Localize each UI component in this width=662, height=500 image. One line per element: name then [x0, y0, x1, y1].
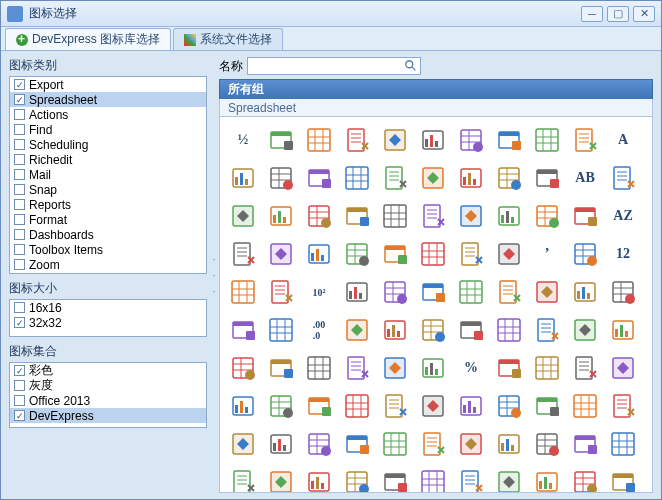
icon-cell[interactable]: A [606, 123, 640, 157]
list-item[interactable]: Find [10, 122, 206, 137]
icon-cell[interactable] [264, 351, 298, 385]
icon-cell[interactable] [264, 427, 298, 461]
list-item[interactable]: Office 2013 [10, 393, 206, 408]
icon-cell[interactable] [226, 237, 260, 271]
checkbox[interactable] [14, 169, 25, 180]
icon-cell[interactable] [454, 237, 488, 271]
icon-cell[interactable] [226, 199, 260, 233]
icon-cell[interactable] [492, 237, 526, 271]
icon-cell[interactable] [606, 389, 640, 423]
icon-cell[interactable] [226, 465, 260, 493]
icon-cell[interactable] [378, 161, 412, 195]
checkbox[interactable]: ✓ [14, 410, 25, 421]
icon-cell[interactable] [302, 389, 336, 423]
list-item[interactable]: ✓32x32 [10, 315, 206, 330]
list-item[interactable]: Contacts [10, 272, 206, 274]
icon-cell[interactable] [416, 161, 450, 195]
icon-cell[interactable] [264, 275, 298, 309]
size-list[interactable]: 16x16✓32x32 [9, 299, 207, 337]
search-input[interactable] [247, 57, 421, 75]
icon-cell[interactable] [606, 275, 640, 309]
icon-cell[interactable] [492, 275, 526, 309]
icon-cell[interactable] [606, 465, 640, 493]
checkbox[interactable] [14, 244, 25, 255]
icon-cell[interactable] [454, 389, 488, 423]
icon-cell[interactable] [530, 123, 564, 157]
icon-cell[interactable] [568, 351, 602, 385]
icon-cell[interactable]: AB [568, 161, 602, 195]
icon-cell[interactable] [340, 161, 374, 195]
icon-cell[interactable]: AZ [606, 199, 640, 233]
category-list[interactable]: ✓Export✓SpreadsheetActionsFindScheduling… [9, 76, 207, 274]
icon-cell[interactable] [264, 313, 298, 347]
icon-cell[interactable] [492, 389, 526, 423]
icon-cell[interactable] [416, 313, 450, 347]
icon-cell[interactable]: .00 .0 [302, 313, 336, 347]
icon-cell[interactable] [568, 123, 602, 157]
icon-cell[interactable] [492, 199, 526, 233]
icon-cell[interactable] [340, 123, 374, 157]
icon-cell[interactable] [530, 313, 564, 347]
icon-cell[interactable] [302, 465, 336, 493]
checkbox[interactable] [14, 229, 25, 240]
list-item[interactable]: Toolbox Items [10, 242, 206, 257]
tab-system-files[interactable]: 系统文件选择 [173, 28, 283, 50]
icon-cell[interactable] [492, 427, 526, 461]
list-item[interactable]: Dashboards [10, 227, 206, 242]
icon-cell[interactable] [416, 351, 450, 385]
icon-cell[interactable] [416, 427, 450, 461]
list-item[interactable]: 16x16 [10, 300, 206, 315]
icon-cell[interactable] [340, 199, 374, 233]
list-item[interactable]: ✓DevExpress [10, 408, 206, 423]
list-item[interactable]: Richedit [10, 152, 206, 167]
checkbox[interactable]: ✓ [14, 365, 25, 376]
icon-cell[interactable] [378, 199, 412, 233]
icon-cell[interactable] [340, 465, 374, 493]
icon-cell[interactable]: ’ [530, 237, 564, 271]
icon-cell[interactable] [606, 351, 640, 385]
icon-cell[interactable] [302, 351, 336, 385]
collection-list[interactable]: ✓彩色灰度Office 2013✓DevExpress [9, 362, 207, 428]
icon-cell[interactable] [378, 313, 412, 347]
icon-cell[interactable] [416, 275, 450, 309]
icon-cell[interactable] [454, 199, 488, 233]
icon-cell[interactable] [416, 199, 450, 233]
checkbox[interactable] [14, 395, 25, 406]
icon-cell[interactable] [226, 275, 260, 309]
checkbox[interactable] [14, 139, 25, 150]
icon-cell[interactable] [226, 427, 260, 461]
icon-cell[interactable]: ½ [226, 123, 260, 157]
icon-cell[interactable] [530, 351, 564, 385]
list-item[interactable]: 灰度 [10, 378, 206, 393]
icon-cell[interactable] [302, 123, 336, 157]
icon-cell[interactable] [568, 313, 602, 347]
icon-cell[interactable] [416, 237, 450, 271]
icon-cell[interactable] [302, 161, 336, 195]
icon-cell[interactable] [340, 427, 374, 461]
icon-cell[interactable] [530, 161, 564, 195]
icon-cell[interactable] [378, 275, 412, 309]
icon-cell[interactable] [340, 237, 374, 271]
icon-cell[interactable] [530, 465, 564, 493]
icon-cell[interactable] [416, 123, 450, 157]
list-item[interactable]: Reports [10, 197, 206, 212]
icon-cell[interactable] [454, 161, 488, 195]
icon-cell[interactable] [226, 313, 260, 347]
checkbox[interactable] [14, 109, 25, 120]
icon-cell[interactable] [530, 275, 564, 309]
icon-cell[interactable] [530, 389, 564, 423]
list-item[interactable]: Scheduling [10, 137, 206, 152]
icon-cell[interactable] [378, 123, 412, 157]
checkbox[interactable] [14, 302, 25, 313]
icon-cell[interactable] [454, 275, 488, 309]
icon-cell[interactable] [340, 275, 374, 309]
icon-cell[interactable]: 10² [302, 275, 336, 309]
icon-cell[interactable] [492, 465, 526, 493]
list-item[interactable]: Snap [10, 182, 206, 197]
icon-grid-scroll[interactable]: ½AABAZ’1210².00 .0% [219, 117, 653, 493]
icon-cell[interactable] [492, 351, 526, 385]
icon-cell[interactable] [568, 199, 602, 233]
checkbox[interactable]: ✓ [14, 94, 25, 105]
icon-cell[interactable] [492, 313, 526, 347]
icon-cell[interactable] [568, 237, 602, 271]
